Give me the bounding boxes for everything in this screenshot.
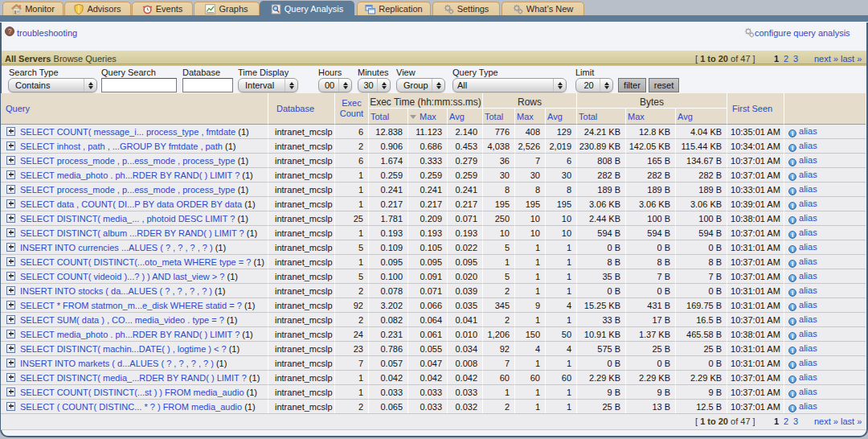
svg-text:?: ? (8, 27, 12, 35)
